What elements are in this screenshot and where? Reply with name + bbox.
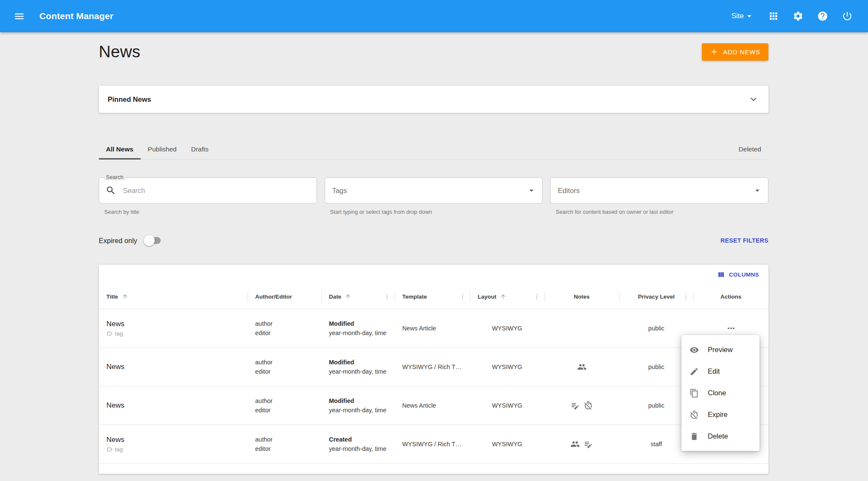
page-title: News (99, 42, 140, 61)
date-lines: Modifiedyear-month-day, time (329, 320, 387, 337)
search-input[interactable] (99, 178, 317, 203)
author-line: author (255, 397, 273, 405)
apps-grid-icon[interactable] (768, 11, 779, 22)
column-menu-icon[interactable] (533, 293, 541, 301)
column-header-layout[interactable]: Layout (470, 284, 544, 309)
caret-down-icon[interactable] (526, 185, 537, 196)
editors-field[interactable]: Editors Search for content based on owne… (550, 177, 768, 204)
date-type: Modified (329, 358, 387, 366)
help-icon[interactable] (817, 11, 828, 22)
table-body: NewstagauthoreditorModifiedyear-month-da… (99, 309, 768, 464)
column-header-privacy-level[interactable]: Privacy Level (619, 284, 693, 309)
privacy-value: public (648, 364, 665, 370)
column-header-label: Template (402, 294, 427, 300)
logout-power-icon[interactable] (842, 11, 853, 22)
menu-item-clone[interactable]: Clone (682, 382, 760, 404)
column-separator (470, 292, 470, 301)
column-header-template[interactable]: Template (395, 284, 470, 309)
tags-field[interactable]: Tags Start typing or select tags from dr… (325, 177, 543, 204)
sort-ascending-icon (500, 293, 506, 300)
copy-icon (690, 389, 699, 398)
template-value: WYSIWYG / Rich T… (402, 364, 462, 370)
caret-down-icon[interactable] (752, 185, 762, 196)
site-dropdown[interactable]: Site (732, 11, 754, 21)
cell-date: Modifiedyear-month-day, time (321, 309, 395, 347)
column-separator (248, 292, 248, 301)
tag-label: tag (115, 446, 123, 453)
table-row[interactable]: NewsauthoreditorModifiedyear-month-day, … (99, 386, 768, 425)
tag-label: tag (115, 330, 123, 337)
column-header-date[interactable]: Date (321, 284, 395, 309)
row-title-text: News (106, 363, 125, 371)
layout-value: WYSIWYG (492, 441, 523, 447)
column-separator (693, 292, 694, 301)
filter-row: Search Search by title Tags Start typing… (99, 177, 768, 204)
cell-layout: WYSIWYG (470, 309, 544, 347)
eye-icon (690, 345, 699, 355)
sort-ascending-icon (345, 293, 351, 300)
column-header-actions[interactable]: Actions (693, 284, 768, 309)
expired-only-toggle[interactable] (144, 235, 161, 246)
site-dropdown-label: Site (732, 12, 744, 20)
date-lines: Modifiedyear-month-day, time (329, 397, 387, 414)
table-row[interactable]: NewsauthoreditorModifiedyear-month-day, … (99, 348, 768, 386)
template-value: News Article (402, 325, 436, 332)
add-news-button[interactable]: ADD NEWS (702, 43, 768, 61)
privacy-value: staff (651, 441, 662, 447)
cell-title: News (99, 348, 248, 386)
tab-label: Published (148, 145, 177, 153)
chevron-down-icon[interactable] (748, 93, 760, 105)
content-manager-app: Content Manager Site News ADD NEWS Pinne… (0, 0, 868, 481)
date-type: Created (329, 436, 387, 444)
author-line: author (255, 320, 273, 328)
column-menu-icon[interactable] (383, 293, 391, 301)
settings-gear-icon[interactable] (793, 11, 804, 22)
row-tag: tag (106, 446, 123, 453)
pinned-news-title: Pinned News (108, 95, 151, 103)
tab-drafts[interactable]: Drafts (184, 139, 216, 159)
reset-filters-button[interactable]: RESET FILTERS (721, 237, 768, 244)
menu-item-preview[interactable]: Preview (682, 339, 760, 361)
notes-icons (577, 362, 587, 372)
tab-published[interactable]: Published (141, 139, 184, 159)
tab-all-news[interactable]: All News (99, 139, 141, 159)
table-row[interactable]: NewstagauthoreditorModifiedyear-month-da… (99, 309, 768, 348)
tab-label: Drafts (191, 145, 209, 153)
column-header-title[interactable]: Title (99, 284, 248, 309)
plus-icon (710, 48, 718, 56)
hamburger-menu-icon[interactable] (14, 11, 25, 22)
menu-item-label: Clone (708, 389, 726, 397)
row-title-text: News (106, 401, 125, 410)
columns-button[interactable]: COLUMNS (717, 271, 759, 279)
date-value: year-month-day, time (329, 406, 387, 414)
row-actions-button[interactable] (726, 323, 736, 333)
cell-layout: WYSIWYG (470, 386, 544, 425)
column-header-author-editor[interactable]: Author/Editor (248, 284, 321, 309)
menu-item-edit[interactable]: Edit (682, 361, 760, 382)
cell-template: WYSIWYG / Rich T… (395, 348, 470, 386)
tab-deleted[interactable]: Deleted (732, 139, 768, 159)
column-menu-icon[interactable] (682, 293, 690, 301)
author-editor-lines: authoreditor (255, 358, 273, 376)
column-separator (544, 292, 545, 301)
people-icon (577, 362, 587, 372)
layout-value: WYSIWYG (492, 364, 523, 370)
row-title-text: News (106, 320, 125, 328)
table-row[interactable]: NewstagauthoreditorCreatedyear-month-day… (99, 425, 768, 464)
cell-title: Newstag (99, 425, 248, 463)
column-menu-icon[interactable] (459, 293, 467, 301)
column-header-notes[interactable]: Notes (544, 284, 619, 309)
author-line: author (255, 436, 273, 444)
cell-title: Newstag (99, 309, 248, 347)
menu-item-expire[interactable]: Expire (682, 404, 760, 425)
menu-item-delete[interactable]: Delete (682, 425, 760, 447)
template-value: WYSIWYG / Rich T… (402, 441, 462, 447)
pinned-news-panel[interactable]: Pinned News (99, 86, 768, 113)
cell-author-editor: authoreditor (248, 348, 321, 386)
date-type: Modified (329, 397, 387, 405)
edit-note-icon (584, 439, 593, 449)
tab-label: Deleted (739, 145, 761, 153)
row-tag: tag (106, 330, 123, 337)
author-line: author (255, 358, 273, 366)
timer-off-icon (690, 410, 699, 419)
